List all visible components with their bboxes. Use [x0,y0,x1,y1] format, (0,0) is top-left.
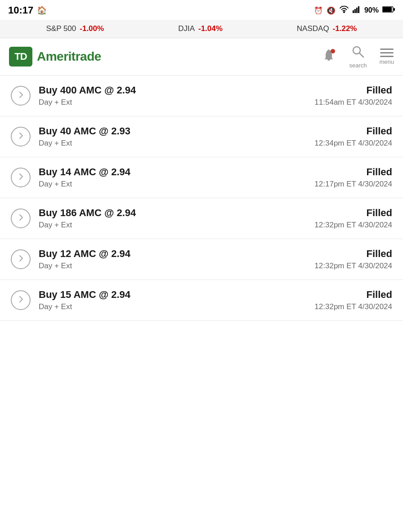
order-status-4: Filled [367,248,392,260]
menu-button[interactable]: menu [379,49,394,65]
order-timestamp-5: 12:32pm ET 4/30/2024 [314,302,392,311]
hamburger-icon [380,49,394,57]
order-arrow-0 [11,86,31,106]
djia-change: -1.04% [198,24,223,33]
market-item-djia[interactable]: DJIA -1.04% [178,24,223,33]
brand-name: Ameritrade [37,49,101,64]
sp500-change: -1.00% [80,24,104,33]
order-title-0: Buy 400 AMC @ 2.94 [39,84,306,96]
header-icons: search menu [321,44,394,69]
order-title-3: Buy 186 AMC @ 2.94 [39,207,306,219]
order-subtitle-3: Day + Ext [39,221,306,230]
order-item-0[interactable]: Buy 400 AMC @ 2.94 Day + Ext Filled 11:5… [0,75,403,116]
alarm-icon: ⏰ [314,6,323,15]
svg-line-9 [359,53,363,57]
nasdaq-change: -1.22% [333,24,357,33]
order-right-4: Filled 12:32pm ET 4/30/2024 [314,248,392,270]
order-details-4: Buy 12 AMC @ 2.94 Day + Ext [39,248,306,270]
battery-icon [382,6,395,15]
order-title-4: Buy 12 AMC @ 2.94 [39,248,306,260]
order-subtitle-5: Day + Ext [39,302,306,311]
svg-rect-0 [353,10,354,13]
order-right-1: Filled 12:34pm ET 4/30/2024 [314,125,392,148]
order-status-2: Filled [367,166,392,178]
market-bar: S&P 500 -1.00% DJIA -1.04% NASDAQ -1.22% [0,20,403,38]
order-right-5: Filled 12:32pm ET 4/30/2024 [314,289,392,311]
notification-button[interactable] [321,48,336,66]
order-details-1: Buy 40 AMC @ 2.93 Day + Ext [39,125,306,148]
home-icon: 🏠 [37,5,47,15]
order-details-3: Buy 186 AMC @ 2.94 Day + Ext [39,207,306,230]
battery-percent: 90% [364,6,379,14]
search-button[interactable]: search [349,44,367,69]
svg-rect-2 [356,8,358,13]
order-title-2: Buy 14 AMC @ 2.94 [39,166,306,178]
order-title-1: Buy 40 AMC @ 2.93 [39,125,306,137]
chevron-right-icon [17,131,26,142]
order-details-2: Buy 14 AMC @ 2.94 Day + Ext [39,166,306,189]
bell-wrapper [321,48,336,66]
mute-icon: 🔇 [327,6,336,15]
order-subtitle-4: Day + Ext [39,262,306,270]
signal-bars [353,6,361,15]
market-item-sp500[interactable]: S&P 500 -1.00% [46,24,104,33]
order-status-0: Filled [367,84,392,96]
app-header: TD Ameritrade [0,38,403,75]
order-status-1: Filled [367,125,392,137]
order-subtitle-1: Day + Ext [39,139,306,148]
order-right-0: Filled 11:54am ET 4/30/2024 [314,84,392,107]
order-arrow-3 [11,208,31,228]
order-right-2: Filled 12:17pm ET 4/30/2024 [314,166,392,189]
bell-icon [321,51,336,66]
market-item-nasdaq[interactable]: NASDAQ -1.22% [297,24,357,33]
order-subtitle-2: Day + Ext [39,180,306,189]
order-timestamp-0: 11:54am ET 4/30/2024 [314,98,392,107]
order-subtitle-0: Day + Ext [39,98,306,107]
svg-point-7 [331,49,335,53]
order-item-4[interactable]: Buy 12 AMC @ 2.94 Day + Ext Filled 12:32… [0,239,403,280]
chevron-right-icon [17,254,26,265]
svg-rect-5 [383,7,392,12]
chevron-right-icon [17,295,26,306]
order-item-1[interactable]: Buy 40 AMC @ 2.93 Day + Ext Filled 12:34… [0,116,403,157]
td-logo: TD [9,47,32,66]
status-time: 10:17 🏠 [8,4,47,16]
orders-list: Buy 400 AMC @ 2.94 Day + Ext Filled 11:5… [0,75,403,321]
order-item-3[interactable]: Buy 186 AMC @ 2.94 Day + Ext Filled 12:3… [0,198,403,239]
order-arrow-4 [11,249,31,269]
search-icon [351,44,365,61]
order-details-0: Buy 400 AMC @ 2.94 Day + Ext [39,84,306,107]
order-item-2[interactable]: Buy 14 AMC @ 2.94 Day + Ext Filled 12:17… [0,157,403,198]
nasdaq-label: NASDAQ [297,24,329,33]
svg-rect-1 [354,9,356,13]
wifi-icon [339,6,349,15]
order-arrow-2 [11,168,31,187]
svg-rect-3 [358,6,359,13]
status-right: ⏰ 🔇 90% [314,6,395,15]
djia-label: DJIA [178,24,195,33]
order-timestamp-1: 12:34pm ET 4/30/2024 [314,139,392,148]
sp500-label: S&P 500 [46,24,76,33]
status-bar: 10:17 🏠 ⏰ 🔇 90% [0,0,403,20]
order-arrow-1 [11,127,31,146]
order-timestamp-4: 12:32pm ET 4/30/2024 [314,262,392,270]
order-title-5: Buy 15 AMC @ 2.94 [39,289,306,301]
order-details-5: Buy 15 AMC @ 2.94 Day + Ext [39,289,306,311]
menu-label: menu [379,58,394,65]
chevron-right-icon [17,172,26,183]
chevron-right-icon [17,90,26,102]
svg-rect-6 [394,8,395,11]
chevron-right-icon [17,213,26,224]
order-status-3: Filled [367,207,392,219]
order-right-3: Filled 12:32pm ET 4/30/2024 [314,207,392,230]
order-timestamp-2: 12:17pm ET 4/30/2024 [314,180,392,189]
search-label: search [349,62,367,69]
order-status-5: Filled [367,289,392,301]
order-item-5[interactable]: Buy 15 AMC @ 2.94 Day + Ext Filled 12:32… [0,280,403,321]
order-timestamp-3: 12:32pm ET 4/30/2024 [314,221,392,230]
logo-container[interactable]: TD Ameritrade [9,47,101,66]
order-arrow-5 [11,290,31,310]
